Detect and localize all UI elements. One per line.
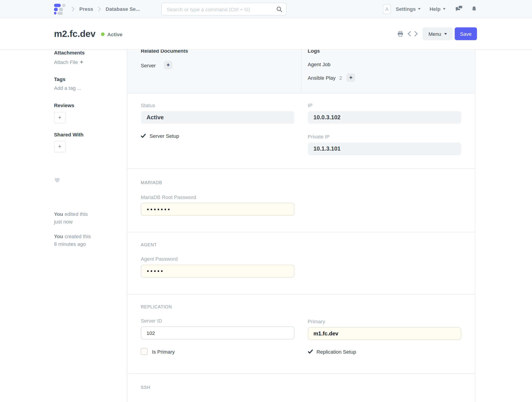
replication-section-heading: REPLICATION [141, 304, 294, 310]
status-indicator: Active [101, 32, 122, 37]
agent-section: AGENT Agent Password [127, 232, 475, 294]
add-server-button[interactable]: + [164, 61, 173, 70]
timeline-when: 8 minutes ago [54, 241, 86, 247]
timeline-who: You [54, 211, 63, 217]
help-menu[interactable]: Help [430, 6, 446, 12]
timeline-when: just now [54, 219, 73, 225]
navbar: Press Database Se... A Settings Help [0, 0, 532, 18]
prev-document-icon[interactable] [408, 31, 411, 37]
server-setup-label: Server Setup [150, 133, 179, 139]
is-primary-label[interactable]: Is Primary [152, 349, 175, 355]
attach-file-label: Attach File [54, 59, 78, 65]
private-ip-field-label: Private IP [308, 134, 461, 140]
chat-icon[interactable] [456, 6, 463, 12]
server-link[interactable]: Server [141, 62, 156, 68]
attach-file-button[interactable]: Attach File+ [54, 59, 117, 65]
status-dot-icon [101, 32, 105, 36]
log-link-row: Ansible Play 2 + [308, 73, 461, 82]
add-share-button[interactable]: + [54, 141, 65, 152]
timeline-edited-entry: You edited this just now [54, 210, 117, 225]
ssh-column: SSH [141, 374, 294, 391]
replication-setup-indicator: Replication Setup [308, 349, 461, 355]
timeline-action: created this [65, 233, 91, 239]
header-actions: Menu Save [397, 27, 477, 40]
add-tag-input[interactable]: Add a tag ... [54, 85, 117, 91]
chevron-down-icon [444, 33, 447, 35]
page-header: m2.fc.dev Active Menu [0, 18, 532, 50]
logs-column: Logs Agent Job Ansible Play 2 + [308, 50, 461, 82]
mariadb-section-heading: MARIADB [141, 180, 294, 186]
settings-menu[interactable]: Settings [396, 6, 421, 12]
menu-button-label: Menu [429, 31, 441, 37]
global-search [161, 3, 287, 16]
chevron-down-icon [418, 8, 421, 10]
chevron-down-icon [443, 8, 446, 10]
save-button[interactable]: Save [455, 27, 477, 40]
related-documents-column: Related Documents Server + [141, 50, 294, 82]
chevron-right-icon [72, 6, 75, 11]
is-primary-field: Is Primary [141, 348, 294, 355]
add-ansible-play-button[interactable]: + [347, 73, 355, 82]
breadcrumb-database-server[interactable]: Database Se... [106, 6, 140, 12]
form-sidebar: Attachments Attach File+ Tags Add a tag … [0, 50, 127, 402]
notifications-bell-icon[interactable] [471, 6, 477, 12]
search-input[interactable] [161, 3, 287, 16]
search-icon[interactable] [276, 6, 283, 14]
print-icon[interactable] [397, 31, 404, 37]
mariadb-column: MARIADB MariaDB Root Password [141, 169, 294, 216]
app: Press Database Se... A Settings Help [0, 0, 532, 402]
server-setup-indicator: Server Setup [141, 133, 294, 139]
avatar[interactable]: A [383, 4, 391, 14]
plus-icon: + [80, 59, 83, 65]
help-label: Help [430, 6, 441, 12]
tags-heading: Tags [54, 76, 117, 82]
ssh-section: SSH [127, 374, 475, 402]
app-logo-icon[interactable] [54, 3, 67, 15]
attachments-heading: Attachments [54, 50, 117, 56]
ansible-play-link[interactable]: Ansible Play [308, 75, 336, 81]
log-link-row: Agent Job [308, 61, 461, 68]
status-column: Status Active Server Setup [141, 94, 294, 156]
agent-job-link[interactable]: Agent Job [308, 61, 330, 67]
agent-password-label: Agent Password [141, 256, 294, 262]
next-document-icon[interactable] [414, 31, 418, 37]
page-title: m2.fc.dev [54, 29, 95, 39]
server-id-label: Server ID [141, 317, 294, 324]
menu-button[interactable]: Menu [423, 27, 453, 40]
replication-right-column: Primary Replication Setup [308, 294, 461, 355]
breadcrumb-press[interactable]: Press [79, 6, 93, 12]
related-link-row: Server + [141, 61, 294, 70]
primary-label: Primary [308, 318, 461, 325]
ip-field-value[interactable]: 10.0.3.102 [308, 111, 461, 124]
add-review-button[interactable]: + [54, 112, 65, 123]
replication-section: REPLICATION Server ID Is Primary Primary [127, 294, 475, 374]
agent-column: AGENT Agent Password [141, 232, 294, 278]
mariadb-section: MARIADB MariaDB Root Password [127, 169, 475, 232]
content: Attachments Attach File+ Tags Add a tag … [0, 50, 532, 402]
like-heart-icon[interactable] [54, 177, 117, 185]
status-indicator-label: Active [107, 32, 123, 37]
dashboard-section: Related Documents Server + Logs Agent Jo… [127, 50, 475, 94]
agent-password-input[interactable] [141, 265, 294, 278]
ip-field-label: IP [308, 102, 461, 109]
column-divider [301, 50, 302, 93]
checkmark-icon [308, 350, 313, 354]
agent-section-heading: AGENT [141, 242, 294, 248]
reviews-heading: Reviews [54, 102, 117, 108]
server-id-input[interactable] [141, 327, 294, 339]
status-section: Status Active Server Setup IP 10.0.3.102… [127, 94, 475, 169]
timeline-who: You [54, 233, 63, 239]
plus-icon: + [58, 114, 61, 121]
plus-icon: + [58, 143, 61, 150]
ssh-section-heading: SSH [141, 385, 294, 391]
mariadb-root-password-input[interactable] [141, 203, 294, 216]
private-ip-field-value[interactable]: 10.1.3.101 [308, 142, 461, 155]
is-primary-checkbox[interactable] [141, 348, 148, 355]
status-field-value[interactable]: Active [141, 111, 294, 124]
primary-input[interactable] [308, 327, 461, 340]
mariadb-root-password-label: MariaDB Root Password [141, 194, 294, 201]
logs-heading: Logs [308, 50, 461, 54]
timeline-action: edited this [65, 211, 88, 217]
related-documents-heading: Related Documents [141, 50, 294, 54]
replication-setup-label: Replication Setup [317, 349, 356, 355]
